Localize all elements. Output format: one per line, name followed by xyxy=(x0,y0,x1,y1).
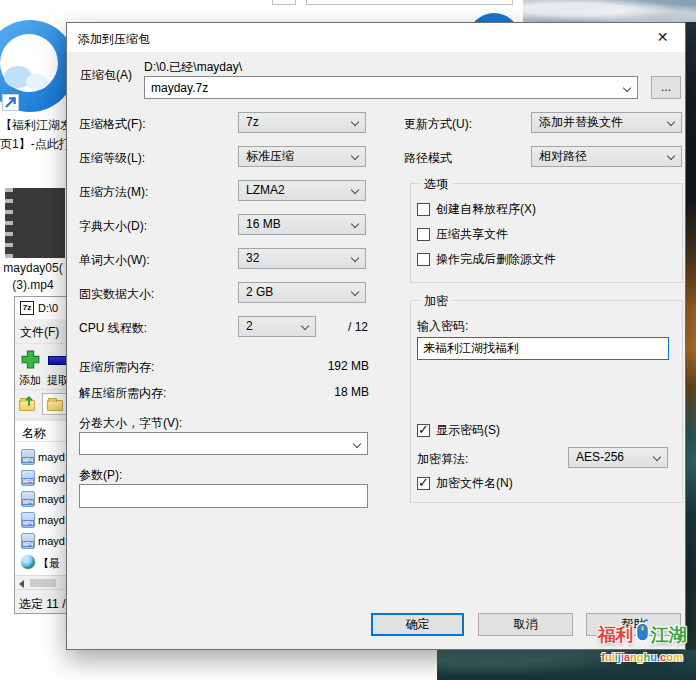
archive-label: 压缩包(A) xyxy=(80,67,132,84)
level-value: 标准压缩 xyxy=(246,149,294,163)
checkbox-box[interactable] xyxy=(417,424,430,437)
list-item[interactable]: mayd xyxy=(15,469,68,489)
list-item[interactable]: mayd xyxy=(15,448,68,468)
menu-file[interactable]: 文件(F) xyxy=(20,324,59,341)
filmstrip-icon xyxy=(5,188,13,258)
scrollbar-thumb[interactable] xyxy=(30,579,56,587)
watermark-url: fulijianghu.com xyxy=(588,651,696,663)
checkbox-box[interactable] xyxy=(417,203,430,216)
checkbox-encrypt-filenames[interactable]: 加密文件名(N) xyxy=(417,475,513,492)
checkbox-show-password[interactable]: 显示密码(S) xyxy=(417,422,500,439)
chevron-down-icon xyxy=(667,152,675,160)
list-item-label: mayd xyxy=(38,493,65,505)
dialog-title: 添加到压缩包 xyxy=(78,31,150,48)
scroll-left-icon[interactable] xyxy=(19,580,24,588)
horizontal-scrollbar[interactable] xyxy=(15,575,68,589)
checkbox-shared-files[interactable]: 压缩共享文件 xyxy=(417,226,508,243)
mp4-file-icon xyxy=(21,512,35,528)
video-frame xyxy=(13,188,39,258)
cpu-threads-dropdown[interactable]: 2 xyxy=(238,316,316,337)
password-label: 输入密码: xyxy=(417,318,468,335)
chevron-down-icon[interactable] xyxy=(623,84,631,92)
update-mode-label: 更新方式(U): xyxy=(404,116,472,133)
browse-button[interactable]: ... xyxy=(651,76,681,99)
method-label: 压缩方法(M): xyxy=(79,184,148,201)
site-watermark: 福利 江湖 fulijianghu.com xyxy=(588,620,696,663)
video-file-thumbnail[interactable] xyxy=(5,188,65,258)
dictionary-value: 16 MB xyxy=(246,217,281,231)
list-item-label: mayd xyxy=(38,535,65,547)
list-item-label: mayd xyxy=(38,451,65,463)
qq-shortcut-label[interactable]: 【福利江湖发 页1】-点此打 xyxy=(0,116,66,154)
level-label: 压缩等级(L): xyxy=(79,150,145,167)
cancel-button[interactable]: 取消 xyxy=(478,613,573,636)
wallpaper-sky xyxy=(523,0,696,23)
sevenzip-title: D:\0 xyxy=(38,302,58,314)
chevron-down-icon xyxy=(653,453,661,461)
update-mode-dropdown[interactable]: 添加并替换文件 xyxy=(531,112,682,133)
add-to-archive-dialog: 添加到压缩包 ✕ 压缩包(A) D:\0.已经\mayday\ ... 压缩格式… xyxy=(66,22,686,650)
solid-block-label: 固实数据大小: xyxy=(79,286,154,303)
checkbox-delete-after[interactable]: 操作完成后删除源文件 xyxy=(417,251,556,268)
sevenzip-window[interactable]: 7z D:\0 文件(F) 添加 提取 名称 mayd mayd mayd ma… xyxy=(14,296,69,614)
background-window-fragment xyxy=(306,0,513,5)
status-text: 选定 11 / xyxy=(19,596,65,613)
qq-shortcut-label-line1: 【福利江湖发 xyxy=(0,116,66,135)
column-header-name-label: 名称 xyxy=(22,425,46,442)
volume-size-combo[interactable] xyxy=(79,432,368,455)
dictionary-dropdown[interactable]: 16 MB xyxy=(238,214,366,235)
list-item[interactable]: 【最 xyxy=(15,553,68,573)
mp4-file-icon xyxy=(21,449,35,465)
add-button-label[interactable]: 添加 xyxy=(19,373,41,388)
video-file-label-line1: mayday05( xyxy=(1,260,65,277)
archive-name-input[interactable] xyxy=(146,78,614,97)
list-item[interactable]: mayd xyxy=(15,490,68,510)
column-header-name[interactable]: 名称 xyxy=(15,421,68,442)
checkbox-box[interactable] xyxy=(417,253,430,266)
ok-button[interactable]: 确定 xyxy=(371,613,464,636)
sevenzip-titlebar[interactable]: 7z D:\0 xyxy=(15,297,68,319)
checkbox-box[interactable] xyxy=(417,477,430,490)
dialog-titlebar[interactable]: 添加到压缩包 ✕ xyxy=(67,23,685,52)
checkbox-create-sfx[interactable]: 创建自释放程序(X) xyxy=(417,201,536,218)
separator xyxy=(15,343,68,344)
cipher-dropdown[interactable]: AES-256 xyxy=(568,447,668,468)
format-value: 7z xyxy=(246,115,259,129)
watermark-title: 福利 江湖 xyxy=(588,620,696,650)
archive-name-combo[interactable] xyxy=(144,76,638,99)
list-item[interactable]: mayd xyxy=(15,532,68,552)
cipher-label: 加密算法: xyxy=(417,451,468,468)
cpu-threads-label: CPU 线程数: xyxy=(79,320,147,337)
password-input[interactable] xyxy=(417,337,669,360)
parameters-input[interactable] xyxy=(79,484,368,508)
method-dropdown[interactable]: LZMA2 xyxy=(238,180,366,201)
chevron-down-icon xyxy=(351,186,359,194)
chevron-down-icon xyxy=(667,118,675,126)
mp4-file-icon xyxy=(21,533,35,549)
path-mode-value: 相对路径 xyxy=(539,149,587,163)
word-size-value: 32 xyxy=(246,251,259,265)
checkbox-label: 加密文件名(N) xyxy=(436,475,513,492)
volume-size-input[interactable] xyxy=(81,434,344,453)
chevron-down-icon xyxy=(351,152,359,160)
path-mode-dropdown[interactable]: 相对路径 xyxy=(531,146,682,167)
level-dropdown[interactable]: 标准压缩 xyxy=(238,146,366,167)
solid-block-value: 2 GB xyxy=(246,285,273,299)
address-folder-button[interactable] xyxy=(42,393,68,415)
checkbox-box[interactable] xyxy=(417,228,430,241)
video-file-label[interactable]: mayday05( (3).mp4 xyxy=(1,260,65,294)
sevenzip-app-icon: 7z xyxy=(20,301,34,315)
checkbox-label: 显示密码(S) xyxy=(436,422,500,439)
chevron-down-icon[interactable] xyxy=(353,440,361,448)
volume-size-label: 分卷大小，字节(V): xyxy=(79,415,182,432)
close-icon[interactable]: ✕ xyxy=(640,23,685,52)
add-icon[interactable] xyxy=(20,349,41,374)
format-dropdown[interactable]: 7z xyxy=(238,112,366,133)
list-item[interactable]: mayd xyxy=(15,511,68,531)
mouse-icon xyxy=(635,618,650,648)
word-size-dropdown[interactable]: 32 xyxy=(238,248,366,269)
qq-browser-icon-center xyxy=(0,34,58,92)
method-value: LZMA2 xyxy=(246,183,285,197)
solid-block-dropdown[interactable]: 2 GB xyxy=(238,282,366,303)
mem-decompress-label: 解压缩所需内存: xyxy=(79,385,166,402)
